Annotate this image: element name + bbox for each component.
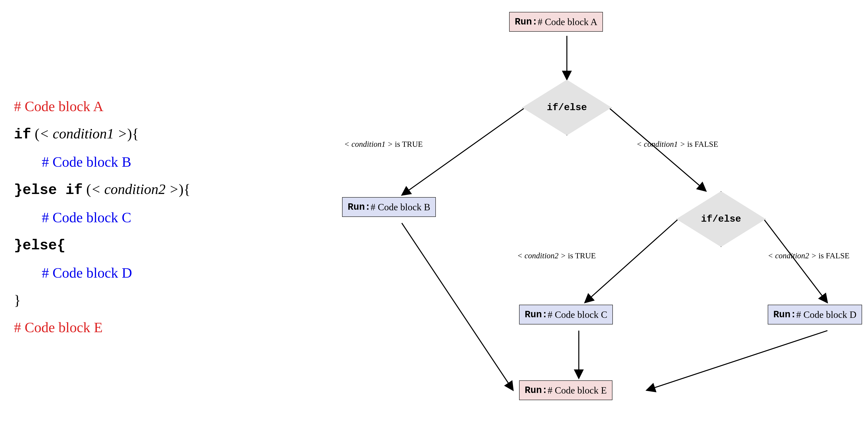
svg-line-4 (764, 219, 828, 303)
code-comment-b: # Code block B (42, 148, 294, 176)
keyword-else: }else{ (14, 237, 65, 254)
svg-line-1 (402, 108, 525, 195)
decision-ifelse-1: if/else (522, 80, 612, 136)
node-block-a: Run: # Code block A (509, 12, 603, 32)
code-else-line: }else{ (14, 231, 294, 259)
code-panel: # Code block A if (< condition1 >){ # Co… (0, 85, 294, 341)
node-block-b: Run: # Code block B (342, 197, 436, 217)
svg-line-5 (402, 223, 513, 390)
code-comment-d: # Code block D (42, 259, 294, 287)
code-elseif-line: }else if (< condition2 >){ (14, 176, 294, 204)
svg-line-3 (585, 219, 678, 303)
diagram-container: # Code block A if (< condition1 >){ # Co… (0, 0, 868, 426)
svg-line-2 (609, 108, 706, 191)
keyword-if: if (14, 126, 31, 143)
flowchart-panel: Run: # Code block A if/else < condition1… (294, 0, 868, 426)
decision-ifelse-2: if/else (676, 191, 766, 247)
code-comment-e: # Code block E (14, 314, 294, 341)
condition2-text: < condition2 > (91, 181, 179, 197)
node-block-c: Run: # Code block C (519, 305, 613, 324)
code-comment-c: # Code block C (42, 204, 294, 231)
condition1-text: < condition1 > (39, 126, 127, 142)
keyword-elseif: }else if (14, 182, 83, 198)
code-comment-a: # Code block A (14, 93, 294, 120)
code-close-brace: } (14, 287, 294, 314)
edge-cond1-false: < condition1 > is FALSE (637, 139, 718, 149)
edge-cond2-true: < condition2 > is TRUE (517, 251, 596, 260)
node-block-e: Run: # Code block E (519, 380, 612, 400)
edge-cond2-false: < condition2 > is FALSE (768, 251, 849, 260)
node-block-d: Run: # Code block D (768, 305, 862, 324)
edge-cond1-true: < condition1 > is TRUE (344, 139, 423, 149)
code-if-line: if (< condition1 >){ (14, 120, 294, 148)
svg-line-7 (646, 331, 828, 390)
